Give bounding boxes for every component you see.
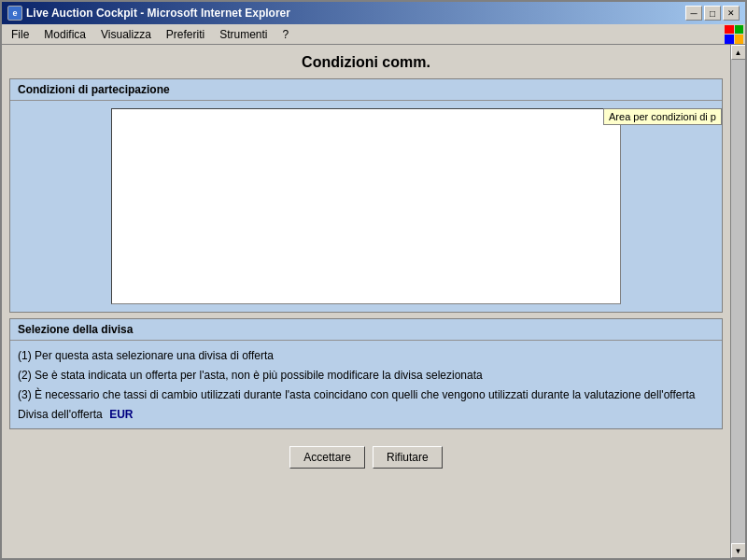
title-bar: e Live Auction Cockpit - Microsoft Inter…	[2, 2, 745, 24]
windows-logo	[725, 25, 743, 44]
menu-modifica[interactable]: Modifica	[36, 26, 93, 43]
title-bar-buttons: ─ □ ✕	[685, 6, 740, 21]
scroll-up-arrow[interactable]: ▲	[731, 45, 746, 60]
currency-section-body: (1) Per questa asta selezionare una divi…	[10, 341, 722, 428]
tooltip: Area per condizioni di p	[603, 108, 722, 125]
divisa-value: EUR	[109, 408, 133, 421]
participation-section-body: Area per condizioni di p	[10, 101, 722, 312]
reject-button[interactable]: Rifiutare	[373, 446, 443, 469]
participation-section: Condizioni di partecipazione Area per co…	[9, 78, 723, 313]
currency-section-header: Selezione della divisa	[10, 319, 722, 341]
currency-line3: (3) È necessario che tassi di cambio uti…	[18, 387, 714, 403]
scroll-track[interactable]	[731, 60, 746, 543]
currency-label-row: Divisa dell'offerta EUR	[18, 408, 714, 421]
scroll-down-arrow[interactable]: ▼	[731, 543, 746, 558]
minimize-button[interactable]: ─	[685, 6, 702, 21]
menu-help[interactable]: ?	[275, 26, 297, 43]
tooltip-wrapper: Area per condizioni di p	[18, 108, 714, 304]
participation-section-header: Condizioni di partecipazione	[10, 79, 722, 101]
vertical-scrollbar[interactable]: ▲ ▼	[730, 45, 745, 558]
currency-section: Selezione della divisa (1) Per questa as…	[9, 318, 723, 429]
window-title: Live Auction Cockpit - Microsoft Interne…	[26, 7, 290, 20]
main-window: e Live Auction Cockpit - Microsoft Inter…	[0, 0, 747, 560]
app-icon: e	[7, 6, 22, 21]
accept-button[interactable]: Accettare	[289, 446, 365, 469]
menu-bar: File Modifica Visualizza Preferiti Strum…	[2, 24, 745, 45]
currency-line1: (1) Per questa asta selezionare una divi…	[18, 348, 714, 364]
maximize-button[interactable]: □	[704, 6, 721, 21]
close-button[interactable]: ✕	[723, 6, 740, 21]
participation-textarea[interactable]	[111, 108, 621, 304]
currency-line2: (2) Se è stata indicata un offerta per l…	[18, 368, 714, 384]
button-row: Accettare Rifiutare	[2, 435, 730, 480]
page-title: Condizioni comm.	[2, 45, 730, 78]
menu-preferiti[interactable]: Preferiti	[159, 26, 212, 43]
divisa-label: Divisa dell'offerta	[18, 408, 103, 421]
menu-visualizza[interactable]: Visualizza	[93, 26, 159, 43]
page-content: Condizioni comm. Condizioni di partecipa…	[2, 45, 730, 558]
menu-file[interactable]: File	[4, 26, 36, 43]
content-area: Condizioni comm. Condizioni di partecipa…	[2, 45, 745, 558]
menu-strumenti[interactable]: Strumenti	[212, 26, 275, 43]
title-bar-left: e Live Auction Cockpit - Microsoft Inter…	[7, 6, 290, 21]
